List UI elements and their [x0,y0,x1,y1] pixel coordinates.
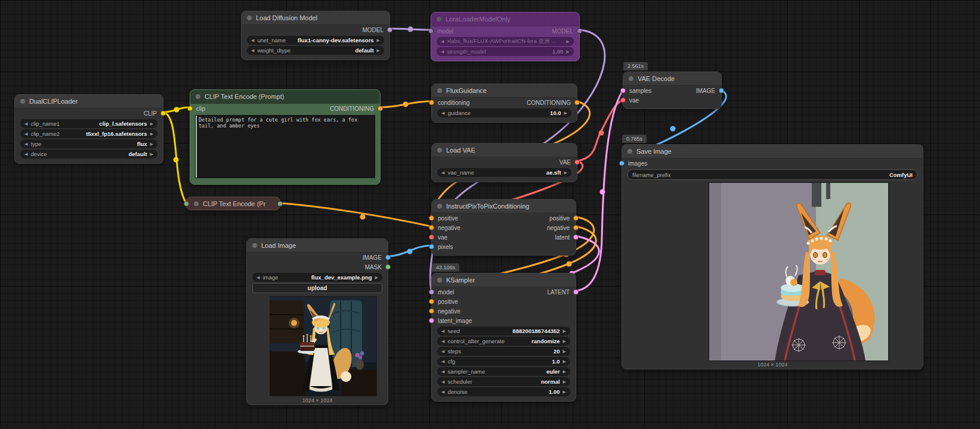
prev-arrow-icon[interactable]: ◀ [441,329,444,334]
collapse-toggle[interactable] [194,201,199,206]
input-port-model[interactable] [429,290,434,295]
next-arrow-icon[interactable]: ▶ [563,349,566,354]
next-arrow-icon[interactable]: ▶ [563,359,566,364]
widget-filename-prefix[interactable]: filename_prefix ComfyUI [627,169,917,180]
output-port-positive[interactable] [573,216,579,221]
prev-arrow-icon[interactable]: ◀ [24,152,27,157]
output-port-vae[interactable] [574,160,580,165]
widget-device[interactable]: ◀ device default ▶ [20,150,157,158]
next-arrow-icon[interactable]: ▶ [563,329,566,334]
input-port-images[interactable] [619,161,625,166]
prev-arrow-icon[interactable]: ◀ [441,339,444,344]
input-port-vae[interactable] [429,235,434,240]
node-lora-loader-model-only[interactable]: LoraLoaderModelOnly model MODEL ◀ xlabs_… [431,12,580,61]
input-port-pixels[interactable] [429,244,434,250]
prev-arrow-icon[interactable]: ◀ [441,39,444,44]
node-header[interactable]: Load Image [247,239,388,253]
collapsed-input-port[interactable] [184,201,189,206]
collapse-toggle[interactable] [437,17,441,21]
output-port-negative[interactable] [573,225,579,231]
collapsed-output-port[interactable] [277,201,283,206]
collapse-toggle[interactable] [629,76,633,81]
input-port-positive[interactable] [429,216,434,221]
output-port-mask[interactable] [385,265,391,270]
node-header[interactable]: DualCLIPLoader [15,95,163,108]
output-port-latent[interactable] [573,290,579,295]
node-load-diffusion-model[interactable]: Load Diffusion Model MODEL ◀ unet_name f… [241,11,390,60]
collapse-toggle[interactable] [437,148,442,153]
prev-arrow-icon[interactable]: ◀ [441,170,444,175]
prev-arrow-icon[interactable]: ◀ [24,122,27,126]
node-header[interactable]: CLIP Text Encode (Prompt) [190,90,380,104]
prev-arrow-icon[interactable]: ◀ [441,49,444,54]
node-save-image[interactable]: 0.785s Save Image images filename_prefix… [622,144,923,369]
node-ksampler[interactable]: 43.106s KSampler model LATENT positive n… [431,273,576,402]
next-arrow-icon[interactable]: ▶ [563,369,566,374]
upload-button[interactable]: upload [252,283,382,293]
next-arrow-icon[interactable]: ▶ [150,132,153,136]
node-header[interactable]: KSampler [432,273,576,287]
input-port-vae[interactable] [620,98,626,103]
node-vae-decode[interactable]: 2.561s VAE Decode samples IMAGE vae [623,72,722,109]
node-header[interactable]: Save Image [622,145,923,158]
input-port-samples[interactable] [620,88,626,94]
next-arrow-icon[interactable]: ▶ [567,39,570,44]
next-arrow-icon[interactable]: ▶ [563,339,566,344]
output-port-conditioning[interactable] [378,106,383,111]
widget-clip-name1[interactable]: ◀ clip_name1 clip_l.safetensors ▶ [20,119,157,128]
widget-control-after-generate[interactable]: ◀ control_after_generate randomize ▶ [437,337,570,346]
node-header[interactable]: FluxGuidance [432,84,577,98]
output-port-model[interactable] [577,29,582,34]
node-header[interactable]: LoraLoaderModelOnly [431,13,579,26]
widget-vae-name[interactable]: ◀ vae_name ae.sft ▶ [437,168,571,177]
prev-arrow-icon[interactable]: ◀ [441,380,444,384]
widget-strength-model[interactable]: ◀ strength_model 1.00 ▶ [437,47,574,56]
output-port-latent[interactable] [573,235,579,240]
collapse-toggle[interactable] [437,204,442,209]
node-instruct-pix-to-pix-conditioning[interactable]: InstructPixToPixConditioning positive po… [431,199,576,256]
widget-image[interactable]: ◀ image flux_dev_example.png ▶ [252,273,382,282]
output-port-image[interactable] [385,255,391,260]
widget-cfg[interactable]: ◀ cfg 1.0 ▶ [437,357,570,366]
node-header[interactable]: InstructPixToPixConditioning [432,200,576,213]
input-port-positive[interactable] [429,299,434,304]
input-port-clip[interactable] [187,106,193,111]
prev-arrow-icon[interactable]: ◀ [441,349,444,354]
prev-arrow-icon[interactable]: ◀ [251,38,254,43]
node-load-image[interactable]: Load Image IMAGE MASK ◀ image flux_dev_e… [246,238,388,405]
node-graph-canvas[interactable]: Load Diffusion Model MODEL ◀ unet_name f… [0,0,980,429]
node-dual-clip-loader[interactable]: DualCLIPLoader CLIP ◀ clip_name1 clip_l.… [14,94,163,164]
widget-lora-name[interactable]: ◀ xlabs_flux/FLUX-AWPortraitCN-lora 亚洲 .… [437,37,574,46]
node-header[interactable]: VAE Decode [623,72,721,86]
next-arrow-icon[interactable]: ▶ [150,122,153,126]
widget-weight-dtype[interactable]: ◀ weight_dtype default ▶ [247,46,384,55]
prompt-textarea[interactable]: Detailed prompt for a cute girl with fox… [195,115,375,178]
widget-type[interactable]: ◀ type flux ▶ [20,139,157,148]
output-port-model[interactable] [387,27,392,33]
widget-guidance[interactable]: ◀ guidance 10.0 ▶ [437,108,571,117]
prev-arrow-icon[interactable]: ◀ [441,390,444,394]
input-port-conditioning[interactable] [429,100,434,105]
collapse-toggle[interactable] [247,15,252,20]
node-clip-text-encode-prompt[interactable]: CLIP Text Encode (Prompt) clip CONDITION… [190,89,381,185]
output-port-image[interactable] [719,88,724,94]
prev-arrow-icon[interactable]: ◀ [441,369,444,374]
node-clip-text-encode-collapsed[interactable]: CLIP Text Encode (Pr [186,197,280,210]
node-header[interactable]: Load VAE [432,144,577,157]
next-arrow-icon[interactable]: ▶ [563,390,566,394]
output-port-clip[interactable] [160,111,166,116]
input-port-negative[interactable] [429,225,434,231]
node-load-vae[interactable]: Load VAE VAE ◀ vae_name ae.sft ▶ [431,143,577,182]
widget-scheduler[interactable]: ◀ scheduler normal ▶ [437,377,570,386]
prev-arrow-icon[interactable]: ◀ [441,111,444,116]
widget-denoise[interactable]: ◀ denoise 1.00 ▶ [437,387,570,396]
next-arrow-icon[interactable]: ▶ [375,275,378,280]
next-arrow-icon[interactable]: ▶ [377,48,380,53]
next-arrow-icon[interactable]: ▶ [563,380,566,384]
input-port-latent-image[interactable] [429,318,434,324]
next-arrow-icon[interactable]: ▶ [150,142,153,147]
collapse-toggle[interactable] [252,243,257,248]
next-arrow-icon[interactable]: ▶ [564,111,567,116]
input-port-model[interactable] [428,29,434,34]
next-arrow-icon[interactable]: ▶ [377,38,380,43]
